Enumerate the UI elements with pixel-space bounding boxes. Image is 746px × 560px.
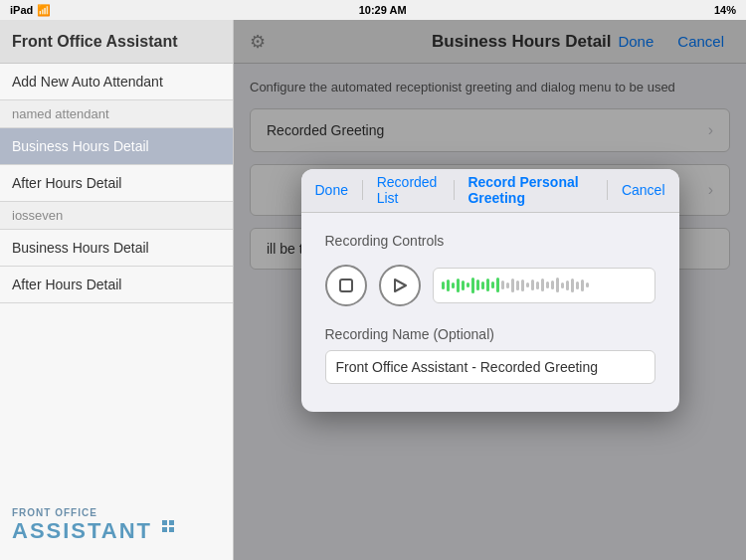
modal-section-title: Recording Controls (325, 233, 655, 249)
sidebar-item-after-hours-1[interactable]: After Hours Detail (0, 165, 233, 202)
stop-button[interactable] (325, 265, 367, 306)
stop-icon (339, 279, 353, 292)
modal-tab-bar: Done Recorded List Record Personal Greet… (301, 169, 679, 213)
app-container: Front Office Assistant Add New Auto Atte… (0, 20, 746, 560)
status-left: iPad 📶 (10, 4, 51, 17)
progress-bar-container (433, 268, 655, 303)
recording-name-input[interactable] (325, 350, 655, 384)
sidebar-item-add-new[interactable]: Add New Auto Attendant (0, 64, 233, 100)
svg-rect-0 (340, 280, 352, 291)
play-icon (393, 279, 407, 292)
status-right: 14% (714, 4, 736, 16)
modal-tab-cancel[interactable]: Cancel (608, 169, 679, 212)
sidebar-logo: FRONT OFFICE ASSISTANT (0, 491, 233, 560)
modal-tab-done[interactable]: Done (301, 169, 362, 212)
modal-tab-record-personal[interactable]: Record Personal Greeting (454, 169, 607, 212)
sidebar-section-named: named attendant (0, 100, 233, 128)
modal-tab-recorded-list[interactable]: Recorded List (363, 169, 454, 212)
wifi-icon: 📶 (37, 4, 51, 17)
logo-grid-icon (162, 520, 174, 532)
sidebar-header: Front Office Assistant (0, 20, 233, 64)
sidebar-item-biz-hours-1[interactable]: Business Hours Detail (0, 128, 233, 165)
main-content: ⚙ Business Hours Detail Done Cancel Conf… (234, 20, 746, 560)
recording-controls (325, 265, 655, 306)
modal-dialog: Done Recorded List Record Personal Greet… (301, 169, 679, 412)
modal-field-label: Recording Name (Optional) (325, 326, 655, 342)
play-button[interactable] (379, 265, 421, 306)
modal-body: Recording Controls (301, 213, 679, 412)
modal-overlay: Done Recorded List Record Personal Greet… (234, 20, 746, 560)
status-bar: iPad 📶 10:29 AM 14% (0, 0, 746, 20)
battery-label: 14% (714, 4, 736, 16)
logo-text-top: FRONT OFFICE (12, 507, 152, 518)
status-time: 10:29 AM (359, 4, 407, 16)
sidebar-title: Front Office Assistant (12, 33, 178, 51)
sidebar-item-biz-hours-2[interactable]: Business Hours Detail (0, 230, 233, 267)
carrier-label: iPad (10, 4, 33, 16)
svg-marker-1 (395, 280, 406, 291)
sidebar-item-after-hours-2[interactable]: After Hours Detail (0, 267, 233, 303)
waveform (442, 278, 589, 293)
sidebar: Front Office Assistant Add New Auto Atte… (0, 20, 234, 560)
logo-text-bottom: ASSISTANT (12, 518, 152, 544)
sidebar-section-iosseven: iosseven (0, 202, 233, 230)
